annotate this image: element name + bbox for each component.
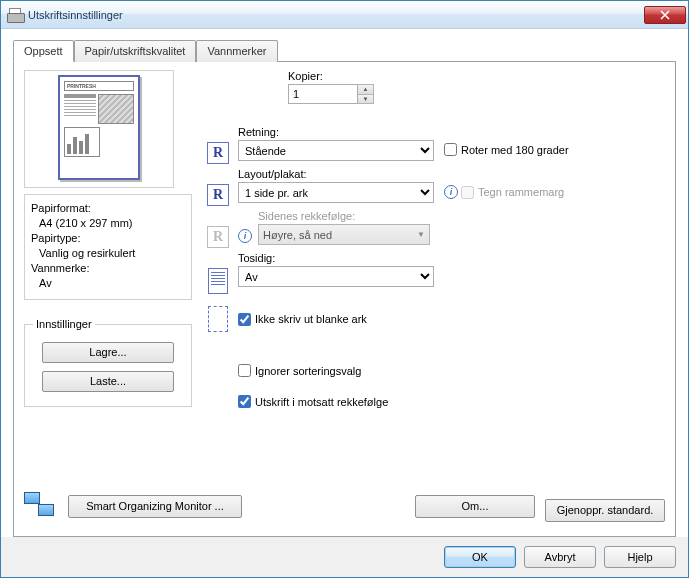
paperformat-value: A4 (210 x 297 mm) [31, 216, 185, 231]
rotate-180-label: Roter med 180 grader [461, 144, 569, 156]
layout-block: R Layout/plakat: 1 side pr. ark i Tegn [204, 168, 665, 206]
about-button[interactable]: Om... [415, 495, 535, 518]
copies-up[interactable]: ▲ [358, 85, 373, 95]
printer-icon [7, 8, 23, 22]
titlebar: Utskriftsinnstillinger [1, 1, 688, 29]
tab-watermarks[interactable]: Vannmerker [196, 40, 277, 62]
duplex-block: Tosidig: Av [204, 252, 665, 294]
tab-layout[interactable]: Oppsett [13, 40, 74, 62]
duplex-select[interactable]: Av [238, 266, 434, 287]
orientation-block: R Retning: Stående Roter med 180 grader [204, 126, 665, 164]
watermark-label: Vannmerke: [31, 261, 185, 276]
settings-group: Innstillinger Lagre... Laste... [24, 318, 192, 407]
tab-paper-quality[interactable]: Papir/utskriftskvalitet [74, 40, 197, 62]
preview-page-icon: PRINTRESH [58, 75, 140, 180]
layout-select[interactable]: 1 side pr. ark [238, 182, 434, 203]
duplex-icon [208, 268, 228, 294]
close-button[interactable] [644, 6, 686, 24]
draw-border-checkbox [461, 186, 474, 199]
tabs: Oppsett Papir/utskriftskvalitet Vannmerk… [13, 39, 676, 61]
bottom-row: Smart Organizing Monitor ... Om... Gjeno… [24, 485, 665, 528]
print-preferences-window: Utskriftsinnstillinger Oppsett Papir/uts… [0, 0, 689, 578]
copies-spinner[interactable]: ▲ ▼ [288, 84, 374, 104]
client-area: Oppsett Papir/utskriftskvalitet Vannmerk… [1, 29, 688, 537]
rotate-180-checkbox[interactable] [444, 143, 457, 156]
paperformat-label: Papirformat: [31, 201, 185, 216]
layout-icon: R [207, 184, 229, 206]
skip-blank-block: Ikke skriv ut blanke ark [204, 306, 665, 332]
window-title: Utskriftsinnstillinger [28, 9, 644, 21]
ignore-collate-label: Ignorer sorteringsvalg [255, 365, 361, 377]
tab-panel-layout: PRINTRESH [13, 61, 676, 537]
duplex-label: Tosidig: [238, 252, 434, 264]
restore-defaults-button[interactable]: Gjenoppr. standard. [545, 499, 665, 522]
dialog-button-bar: OK Avbryt Hjelp [1, 537, 688, 577]
copies-down[interactable]: ▼ [358, 95, 373, 104]
copies-input[interactable] [288, 84, 358, 104]
orientation-select[interactable]: Stående [238, 140, 434, 161]
close-icon [660, 10, 670, 20]
reverse-order-checkbox[interactable] [238, 395, 251, 408]
reverse-order-label: Utskrift i motsatt rekkefølge [255, 396, 388, 408]
paper-info-group: Papirformat: A4 (210 x 297 mm) Papirtype… [24, 194, 192, 300]
orientation-icon: R [207, 142, 229, 164]
page-order-icon: R [207, 226, 229, 248]
smart-organizing-monitor-button[interactable]: Smart Organizing Monitor ... [68, 495, 242, 518]
orientation-label: Retning: [238, 126, 434, 138]
left-column: PRINTRESH [24, 70, 196, 426]
load-button[interactable]: Laste... [42, 371, 174, 392]
page-order-label: Sidenes rekkefølge: [258, 210, 430, 222]
right-column: Kopier: ▲ ▼ [196, 70, 665, 426]
settings-legend: Innstillinger [33, 318, 95, 330]
copies-label: Kopier: [288, 70, 374, 82]
copies-block: Kopier: ▲ ▼ [204, 70, 665, 104]
watermark-value: Av [31, 276, 185, 291]
cancel-button[interactable]: Avbryt [524, 546, 596, 568]
skip-blank-label: Ikke skriv ut blanke ark [255, 313, 367, 325]
ignore-collate-checkbox[interactable] [238, 364, 251, 377]
page-order-block: R i Sidenes rekkefølge: Høyre, så ned▼ [204, 210, 665, 248]
network-monitor-icon [24, 492, 58, 522]
skip-blank-checkbox[interactable] [238, 313, 251, 326]
layout-info-icon[interactable]: i [444, 185, 458, 199]
page-preview: PRINTRESH [24, 70, 174, 188]
page-order-info-icon[interactable]: i [238, 229, 252, 243]
papertype-value: Vanlig og resirkulert [31, 246, 185, 261]
blank-page-icon [208, 306, 228, 332]
save-button[interactable]: Lagre... [42, 342, 174, 363]
papertype-label: Papirtype: [31, 231, 185, 246]
page-order-select: Høyre, så ned▼ [258, 224, 430, 245]
draw-border-label: Tegn rammemarg [478, 186, 564, 198]
help-button[interactable]: Hjelp [604, 546, 676, 568]
ok-button[interactable]: OK [444, 546, 516, 568]
layout-label: Layout/plakat: [238, 168, 434, 180]
